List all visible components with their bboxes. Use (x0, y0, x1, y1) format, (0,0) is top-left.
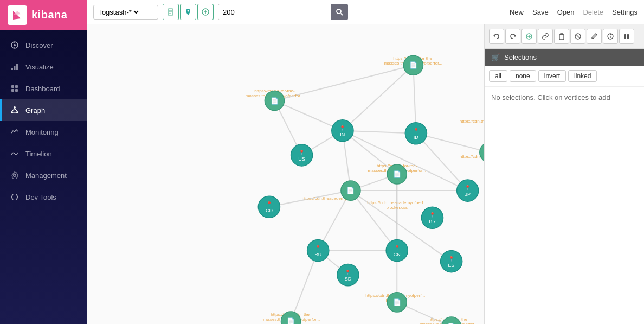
sidebar-item-monitoring[interactable]: Monitoring (0, 121, 87, 143)
open-button[interactable]: Open (557, 8, 575, 16)
svg-rect-9 (11, 85, 14, 88)
panel-toolbar (485, 24, 644, 49)
svg-point-23 (188, 10, 189, 12)
svg-text:📍: 📍 (345, 269, 351, 276)
svg-point-27 (337, 9, 341, 14)
graph-doc-icon-btn[interactable] (163, 4, 179, 20)
index-pattern-dropdown[interactable]: logstash-* (98, 8, 140, 17)
edit-button[interactable] (587, 29, 602, 44)
svg-text:SD: SD (345, 276, 352, 282)
svg-line-39 (416, 134, 467, 190)
svg-rect-11 (11, 89, 14, 92)
selections-header: 🛒 Selections (485, 49, 644, 66)
select-linked-button[interactable]: linked (568, 70, 597, 82)
new-button[interactable]: New (510, 8, 524, 16)
timelion-icon (9, 148, 20, 159)
svg-text:IN: IN (340, 132, 345, 137)
svg-text:📍: 📍 (266, 201, 273, 207)
svg-text:CD: CD (266, 208, 273, 213)
svg-line-28 (341, 14, 343, 16)
graph-svg: https://media-for-the- masses.theacademy… (87, 24, 484, 324)
svg-text:📍: 📍 (394, 245, 401, 251)
devtools-icon (9, 192, 20, 202)
search-button[interactable] (331, 4, 348, 20)
content-area: https://media-for-the- masses.theacademy… (87, 24, 644, 324)
sidebar-item-visualize-label: Visualize (25, 63, 54, 71)
svg-rect-8 (16, 64, 18, 70)
svg-point-124 (610, 35, 611, 35)
svg-line-17 (15, 109, 17, 111)
settings-button[interactable]: Settings (612, 8, 637, 16)
svg-text:US: US (298, 156, 305, 162)
kibana-logo-text: kibana (31, 9, 67, 21)
redo-button[interactable] (505, 29, 520, 44)
selections-title: Selections (504, 53, 537, 61)
svg-text:📍: 📍 (339, 125, 346, 131)
sidebar-item-discover[interactable]: Discover (0, 34, 87, 56)
link-button[interactable] (538, 29, 553, 44)
info-button[interactable] (603, 29, 618, 44)
svg-rect-12 (15, 89, 18, 92)
svg-text:ES: ES (448, 263, 455, 268)
svg-text:📍: 📍 (429, 212, 436, 218)
index-pattern-select[interactable]: logstash-* (93, 5, 158, 20)
select-invert-button[interactable]: invert (538, 70, 566, 82)
svg-text:JP: JP (465, 192, 471, 197)
block-button[interactable] (570, 29, 585, 44)
svg-text:📄: 📄 (393, 170, 402, 178)
graph-add-icon-btn[interactable] (197, 4, 214, 20)
selections-content: No selections. Click on vertices to add (485, 87, 644, 324)
select-none-button[interactable]: none (510, 70, 536, 82)
sidebar-item-devtools[interactable]: Dev Tools (0, 186, 87, 208)
svg-point-104 (307, 239, 329, 261)
sidebar-item-dashboard-label: Dashboard (25, 85, 60, 93)
expand-button[interactable] (521, 29, 537, 44)
svg-line-121 (576, 35, 580, 39)
svg-rect-126 (627, 34, 629, 39)
graph-area[interactable]: https://media-for-the- masses.theacademy… (87, 24, 484, 324)
kibana-logo[interactable]: kibana (0, 0, 87, 30)
sidebar-item-management-label: Management (25, 171, 67, 180)
nav-menu: Discover Visualize Dashboar (0, 30, 87, 208)
svg-text:📄: 📄 (346, 186, 355, 194)
visualize-icon (9, 61, 20, 72)
svg-text:📍: 📍 (465, 185, 471, 191)
svg-line-16 (12, 109, 15, 111)
sidebar-item-visualize[interactable]: Visualize (0, 56, 87, 78)
pause-button[interactable] (619, 29, 634, 44)
svg-text:RU: RU (314, 252, 321, 257)
svg-line-38 (343, 131, 468, 190)
right-panel: 🛒 Selections all none invert linked No s… (484, 24, 644, 324)
svg-text:📍: 📍 (448, 256, 455, 262)
sidebar-item-timelion[interactable]: Timelion (0, 143, 87, 164)
svg-point-107 (386, 239, 408, 261)
monitoring-icon (9, 126, 20, 137)
svg-rect-125 (624, 34, 626, 39)
save-button[interactable]: Save (532, 8, 549, 16)
sidebar: kibana Discover (0, 0, 87, 324)
sidebar-item-devtools-label: Dev Tools (25, 193, 56, 201)
svg-text:📄: 📄 (271, 97, 279, 105)
delete-button[interactable]: Delete (583, 8, 603, 16)
select-all-button[interactable]: all (489, 70, 507, 82)
sidebar-item-monitoring-label: Monitoring (25, 128, 59, 136)
main-content: logstash-* (87, 0, 644, 324)
sidebar-item-dashboard[interactable]: Dashboard (0, 78, 87, 99)
selections-toolbar: all none invert linked (485, 66, 644, 87)
graph-location-icon-btn[interactable] (180, 4, 196, 20)
search-input[interactable] (218, 4, 326, 20)
top-right-actions: New Save Open Delete Settings (510, 8, 637, 16)
svg-point-113 (337, 264, 359, 286)
sidebar-item-graph[interactable]: Graph (0, 99, 87, 121)
svg-point-13 (14, 106, 16, 109)
sidebar-item-management[interactable]: Management (0, 164, 87, 186)
svg-text:blocker.css: blocker.css (386, 205, 408, 210)
undo-button[interactable] (489, 29, 504, 44)
top-bar: logstash-* (87, 0, 644, 24)
discover-icon (9, 40, 20, 50)
sidebar-item-timelion-label: Timelion (25, 150, 52, 158)
svg-rect-7 (14, 66, 16, 70)
svg-point-110 (441, 251, 462, 272)
cart-icon: 🛒 (491, 53, 500, 61)
delete-node-button[interactable] (554, 29, 569, 44)
